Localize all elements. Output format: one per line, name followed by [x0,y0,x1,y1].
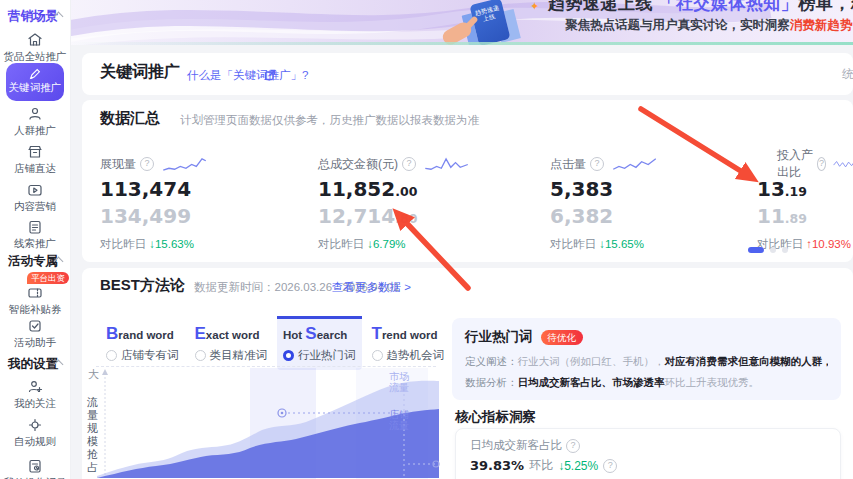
to-optimize-badge: 待优化 [541,330,584,345]
coupon-icon [27,285,43,301]
pager-dot-active[interactable] [748,247,764,253]
banner-subline: 聚焦热点话题与用户真实讨论，实时洞察消费新趋势、品类新机会 [565,17,853,34]
radio-selected-icon[interactable] [283,350,294,361]
help-icon[interactable]: ? [590,157,604,171]
legend-shop-traffic: 店铺流量 [389,409,411,431]
sidebar-item-operation-log[interactable]: 我的操作记录 [0,458,70,479]
shop-icon [27,144,43,160]
sidebar-item-leads[interactable]: 线索推广 [0,219,70,250]
page-title: 关键词推广 [100,62,180,83]
core-insight-title: 核心指标洞察 [455,408,536,426]
metric-label: 点击量 [550,156,586,173]
dashed-separator [96,366,436,367]
external-link-icon[interactable] [264,67,276,79]
sparkline-chart [611,156,659,173]
sidebar-item-label: 关键词推广 [6,81,64,94]
radio-icon[interactable] [195,350,206,361]
legend-market-traffic: 市场流量 [389,371,411,393]
banner-phone-text: 趋势速递上线 [471,3,504,25]
banner-headline: 趋势速递上线 「社交媒体热知」榜单，精准捕捉 [548,0,853,15]
metric-prev-value: 134,499 [100,205,209,230]
sidebar-item-label: 我的关注 [0,397,70,410]
sidebar-item-label: 店铺直达 [0,162,70,175]
metric-value: 13.19 [757,178,853,203]
tab-brand-word[interactable]: Brand word 店铺专有词 [100,316,185,370]
clipped-corner-text: 统 [842,66,853,83]
what-is-keyword-link[interactable]: 什么是「关键词推广」? [187,68,308,83]
help-icon[interactable]: ? [566,439,580,453]
app-screen: 营销场景 货品全站推广 关键词推广 人群推广 店铺直达 内容营销 线索推广 活动… [0,0,853,479]
metric-prev-value: 11.89 [757,205,853,230]
gear-icon [27,417,43,433]
tab-hot-search[interactable]: Hot Search 行业热门词 [277,316,362,370]
metric-roi: 投入产出比? 13.19 11.89 对比昨日 ↑10.93% [757,155,853,252]
metric-value: 113,474 [100,178,209,203]
metric-compare: 对比昨日 ↓15.63% [100,237,209,252]
help-icon[interactable]: ? [140,157,154,171]
core-metric-label: 日均成交新客占比? [470,438,826,453]
pager-dot[interactable] [782,247,788,253]
metric-prev-value: 6,382 [550,205,659,230]
sparkle-icon: ✦ [530,0,539,13]
industry-hot-word-panel: 行业热门词 待优化 定义阐述：行业大词（例如口红、手机），对应有消费需求但意向模… [452,318,841,400]
industry-panel-title: 行业热门词 [465,328,533,346]
promo-banner: 趋势速递上线 ✦ 趋势速递上线 「社交媒体热知」榜单，精准捕捉 聚焦热点话题与用… [70,0,853,45]
metric-value: 5,383 [550,178,659,203]
record-icon [27,458,43,474]
sidebar-item-label: 线索推广 [0,237,70,250]
sidebar-item-label: 智能补贴券 [0,303,70,316]
metric-value: 11,852.00 [318,178,471,203]
help-icon[interactable]: ? [817,157,826,171]
metric-clicks: 点击量? 5,383 6,382 对比昨日 ↓15.65% [550,155,659,252]
person-icon [27,106,43,122]
metric-label: 展现量 [100,156,136,173]
best-tabs: Brand word 店铺专有词 Exact word 类目精准词 Hot Se… [100,316,450,370]
help-icon[interactable]: ? [402,157,416,171]
sidebar-section-activity[interactable]: 活动专属 [8,253,58,270]
sparkline-chart [423,156,471,173]
sidebar: 营销场景 货品全站推广 关键词推广 人群推广 店铺直达 内容营销 线索推广 活动… [0,0,71,479]
definition-line: 定义阐述：行业大词（例如口红、手机），对应有消费需求但意向模糊的人群，拉新效果显… [465,355,828,368]
best-title: BEST方法论 [100,276,185,295]
metric-label: 投入产出比 [777,147,813,181]
sidebar-item-follows[interactable]: 我的关注 [0,379,70,410]
core-insight-box: 日均成交新客占比? 39.83% 环比 ↓5.25% ? 同行同层均值: 34.… [455,428,841,479]
video-icon [27,182,43,198]
view-more-data-link[interactable]: 查看更多数据 > [332,280,411,295]
sidebar-item-label: 人群推广 [0,124,70,137]
sparkline-chart [833,156,853,173]
sidebar-item-all-site[interactable]: 货品全站推广 [0,32,70,63]
sidebar-item-subsidy-coupon[interactable]: 平台出资 智能补贴券 [0,272,70,316]
sidebar-item-label: 货品全站推广 [0,50,70,63]
data-analysis-line: 数据分析：日均成交新客占比、市场渗透率环比上升表现优秀。 [465,376,828,389]
radio-icon[interactable] [106,350,117,361]
sidebar-item-keyword-active[interactable]: 关键词推广 [6,63,64,101]
summary-note: 计划管理页面数据仅供参考，历史推广数据以报表数据为准 [180,113,479,128]
pager-dot[interactable] [770,247,776,253]
metrics-pager [748,247,788,253]
sidebar-section-marketing[interactable]: 营销场景 [8,8,58,25]
follow-icon [27,379,43,395]
sidebar-item-content[interactable]: 内容营销 [0,182,70,213]
assistant-icon [27,318,43,334]
help-icon[interactable]: ? [603,459,617,473]
metric-label: 总成交金额(元) [318,156,398,173]
core-metric-value-row: 39.83% 环比 ↓5.25% ? [470,457,826,474]
summary-title: 数据汇总 [100,109,160,128]
storefront-icon [27,32,43,48]
metric-prev-value: 12,714.80 [318,205,471,230]
tab-trend-word[interactable]: Trend word 趋势机会词 [366,316,451,370]
sidebar-item-label: 自动规则 [0,435,70,448]
sidebar-item-shop-direct[interactable]: 店铺直达 [0,144,70,175]
pen-icon [28,67,42,81]
platform-funded-badge: 平台出资 [27,272,69,284]
sidebar-item-label: 内容营销 [0,200,70,213]
sidebar-item-activity-assistant[interactable]: 活动助手 [0,318,70,349]
metric-impressions: 展现量? 113,474 134,499 对比昨日 ↓15.63% [100,155,209,252]
metric-compare: 对比昨日 ↓15.65% [550,237,659,252]
radio-icon[interactable] [372,350,383,361]
sidebar-item-auto-rules[interactable]: 自动规则 [0,417,70,448]
sidebar-item-audience[interactable]: 人群推广 [0,106,70,137]
tab-exact-word[interactable]: Exact word 类目精准词 [189,316,274,370]
sidebar-section-settings[interactable]: 我的设置 [8,356,58,373]
